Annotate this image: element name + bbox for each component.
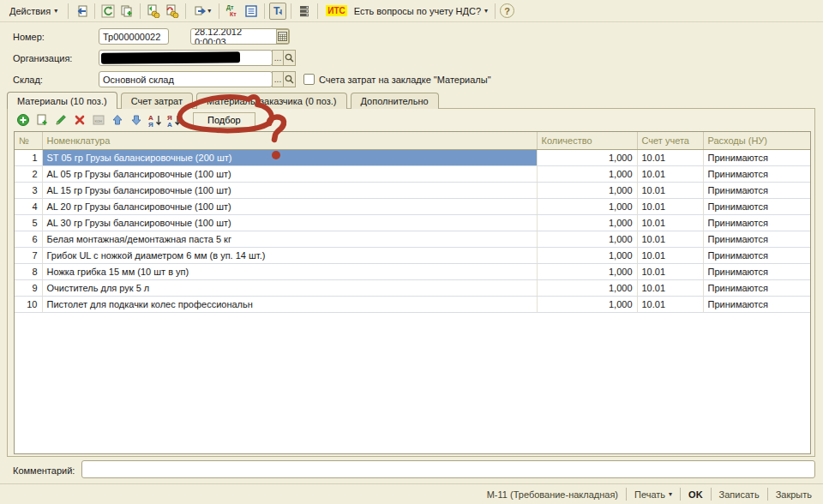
edit-row-button[interactable]: [52, 111, 69, 129]
table-row[interactable]: 10 Пистолет для подкачки колес профессио…: [15, 296, 810, 312]
tab-additional[interactable]: Дополнительно: [351, 93, 439, 109]
table-row[interactable]: 4 AL 20 гр Грузы балансировочные (100 шт…: [15, 198, 810, 214]
column-header-nomenclature[interactable]: Номенклатура: [42, 132, 537, 149]
document-type-toggle[interactable]: Т: [269, 3, 286, 20]
row-account-cell[interactable]: 10.01: [637, 279, 703, 296]
undo-posting-button[interactable]: [164, 3, 181, 20]
actions-menu-button[interactable]: Действия ▾: [3, 3, 63, 20]
materials-table[interactable]: № Номенклатура Количество Счет учета Рас…: [14, 131, 811, 454]
show-postings-button[interactable]: Дт Кт: [224, 3, 241, 20]
row-nomenclature-cell[interactable]: AL 15 гр Грузы балансировочные (100 шт): [42, 182, 537, 198]
row-expenses-cell[interactable]: Принимаются: [703, 263, 810, 279]
row-quantity-cell[interactable]: 1,000: [537, 279, 637, 296]
row-expenses-cell[interactable]: Принимаются: [703, 182, 810, 198]
column-header-account[interactable]: Счет учета: [637, 132, 703, 149]
tab-cost-account[interactable]: Счет затрат: [121, 93, 193, 109]
row-quantity-cell[interactable]: 1,000: [537, 165, 637, 182]
row-number-cell[interactable]: 9: [15, 279, 42, 296]
sort-ascending-button[interactable]: А Я: [147, 111, 164, 129]
row-number-cell[interactable]: 4: [15, 198, 42, 214]
vat-questions-menu[interactable]: Есть вопросы по учету НДС? ▾: [351, 3, 490, 20]
row-expenses-cell[interactable]: Принимаются: [703, 165, 810, 182]
column-header-quantity[interactable]: Количество: [537, 132, 637, 149]
row-nomenclature-cell[interactable]: AL 20 гр Грузы балансировочные (100 шт): [42, 198, 537, 214]
column-header-expenses[interactable]: Расходы (НУ): [703, 132, 810, 149]
row-number-cell[interactable]: 3: [15, 182, 42, 198]
number-input[interactable]: Тр000000022: [99, 28, 169, 45]
row-number-cell[interactable]: 6: [15, 231, 42, 247]
move-row-up-button[interactable]: [109, 111, 126, 129]
row-account-cell[interactable]: 10.01: [637, 214, 703, 231]
ok-button[interactable]: OK: [681, 489, 711, 500]
table-row[interactable]: 5 AL 30 гр Грузы балансировочные (100 шт…: [15, 214, 810, 231]
organization-lookup-button[interactable]: [283, 50, 296, 66]
row-account-cell[interactable]: 10.01: [637, 149, 703, 165]
table-row[interactable]: 2 AL 05 гр Грузы балансировочные (100 шт…: [15, 165, 810, 182]
sort-descending-button[interactable]: Я А: [165, 111, 183, 129]
copy-button[interactable]: [118, 3, 135, 20]
row-nomenclature-cell[interactable]: AL 30 гр Грузы балансировочные (100 шт): [42, 214, 537, 231]
table-row[interactable]: 8 Ножка грибка 15 мм (10 шт в уп) 1,000 …: [15, 263, 810, 279]
row-nomenclature-cell[interactable]: Ножка грибка 15 мм (10 шт в уп): [42, 263, 537, 279]
save-button[interactable]: Записать: [712, 489, 767, 500]
row-quantity-cell[interactable]: 1,000: [537, 247, 637, 263]
pick-button[interactable]: Подбор: [193, 112, 255, 128]
row-quantity-cell[interactable]: 1,000: [537, 263, 637, 279]
row-expenses-cell[interactable]: Принимаются: [703, 279, 810, 296]
row-account-cell[interactable]: 10.01: [637, 182, 703, 198]
write-document-button[interactable]: [73, 3, 90, 20]
move-row-down-button[interactable]: [128, 111, 145, 129]
post-document-button[interactable]: [145, 3, 162, 20]
row-expenses-cell[interactable]: Принимаются: [703, 149, 810, 165]
row-account-cell[interactable]: 10.01: [637, 296, 703, 312]
close-button[interactable]: Закрыть: [768, 489, 820, 500]
row-quantity-cell[interactable]: 1,000: [537, 231, 637, 247]
warehouse-input[interactable]: Основной склад: [99, 71, 273, 87]
row-quantity-cell[interactable]: 1,000: [537, 182, 637, 198]
row-nomenclature-cell[interactable]: Белая монтажная/демонтажная паста 5 кг: [42, 231, 537, 247]
table-row[interactable]: 7 Грибок UL с ножкой диаметром 6 мм (в у…: [15, 247, 810, 263]
row-expenses-cell[interactable]: Принимаются: [703, 231, 810, 247]
row-number-cell[interactable]: 7: [15, 247, 42, 263]
row-expenses-cell[interactable]: Принимаются: [703, 214, 810, 231]
cost-accounts-checkbox[interactable]: [303, 74, 315, 85]
row-account-cell[interactable]: 10.01: [637, 165, 703, 182]
row-quantity-cell[interactable]: 1,000: [537, 214, 637, 231]
row-account-cell[interactable]: 10.01: [637, 231, 703, 247]
organization-ellipsis-button[interactable]: ...: [272, 50, 284, 66]
warehouse-lookup-button[interactable]: [283, 71, 296, 87]
row-expenses-cell[interactable]: Принимаются: [703, 296, 810, 312]
delete-row-button[interactable]: [71, 111, 88, 129]
tab-materials[interactable]: Материалы (10 поз.): [7, 92, 117, 109]
row-nomenclature-cell[interactable]: Пистолет для подкачки колес профессионал…: [42, 296, 537, 312]
row-account-cell[interactable]: 10.01: [637, 247, 703, 263]
print-menu-button[interactable]: Печать ▾: [627, 489, 680, 500]
refresh-button[interactable]: [99, 3, 117, 20]
structure-settings-button[interactable]: [296, 3, 313, 20]
comment-input[interactable]: [81, 460, 815, 478]
table-row[interactable]: 6 Белая монтажная/демонтажная паста 5 кг…: [15, 231, 810, 247]
calendar-button[interactable]: [276, 29, 289, 44]
table-row[interactable]: 9 Очиститель для рук 5 л 1,000 10.01 При…: [15, 279, 810, 296]
row-number-cell[interactable]: 1: [15, 149, 42, 165]
tab-customer-materials[interactable]: Материалы заказчика (0 поз.): [196, 93, 347, 109]
add-row-button[interactable]: [15, 111, 32, 129]
row-number-cell[interactable]: 10: [15, 296, 42, 312]
row-account-cell[interactable]: 10.01: [637, 198, 703, 214]
warehouse-ellipsis-button[interactable]: ...: [272, 71, 284, 87]
row-nomenclature-cell[interactable]: AL 05 гр Грузы балансировочные (100 шт): [42, 165, 537, 182]
goto-menu-button[interactable]: ▾: [190, 3, 214, 20]
row-number-cell[interactable]: 8: [15, 263, 42, 279]
postings-journal-button[interactable]: [243, 3, 260, 20]
finish-editing-button[interactable]: кон: [90, 111, 107, 129]
column-header-number[interactable]: №: [15, 132, 42, 149]
copy-row-button[interactable]: [33, 111, 51, 129]
row-quantity-cell[interactable]: 1,000: [537, 296, 637, 312]
row-account-cell[interactable]: 10.01: [637, 263, 703, 279]
row-nomenclature-cell[interactable]: Грибок UL с ножкой диаметром 6 мм (в уп.…: [42, 247, 537, 263]
row-quantity-cell[interactable]: 1,000: [537, 198, 637, 214]
table-row[interactable]: 1 ST 05 гр Грузы балансировочные (200 шт…: [15, 149, 810, 165]
row-number-cell[interactable]: 5: [15, 214, 42, 231]
row-nomenclature-cell[interactable]: ST 05 гр Грузы балансировочные (200 шт): [42, 149, 537, 165]
row-expenses-cell[interactable]: Принимаются: [703, 198, 810, 214]
